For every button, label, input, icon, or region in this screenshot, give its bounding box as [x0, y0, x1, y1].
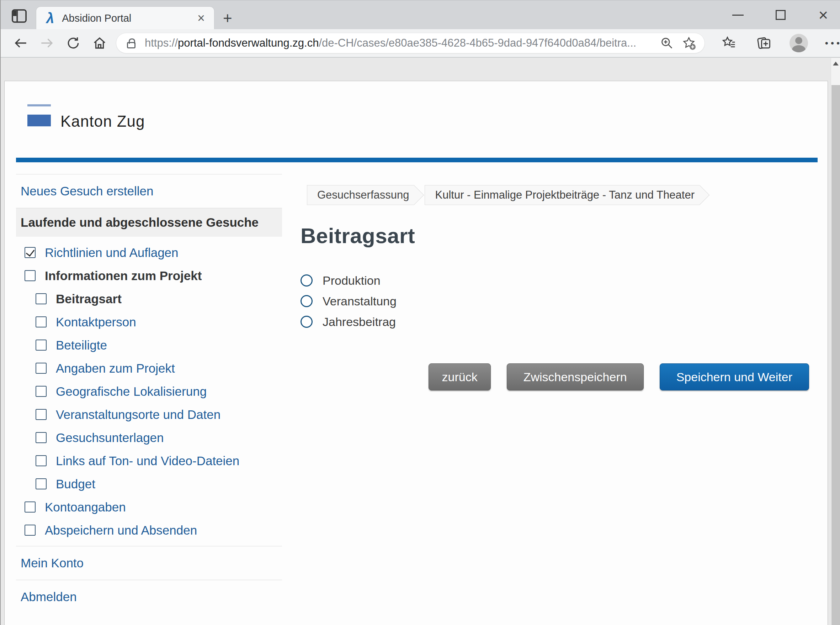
- radio-produktion[interactable]: Produktion: [301, 270, 809, 291]
- url-text[interactable]: https://portal-fondsverwaltung.zg.ch/de-…: [145, 37, 654, 50]
- home-icon: [92, 36, 107, 51]
- checkbox-icon[interactable]: [36, 409, 46, 420]
- minimize-icon: [732, 15, 744, 16]
- new-tab-button[interactable]: +: [223, 10, 232, 26]
- close-window-button[interactable]: ×: [815, 7, 831, 23]
- tab-actions-menu-icon[interactable]: [11, 8, 28, 24]
- radio-circle-icon[interactable]: [301, 295, 313, 307]
- sidebar-step-links[interactable]: Links auf Ton- und Video-Dateien: [16, 449, 282, 472]
- sidebar-step-informationen[interactable]: Informationen zum Projekt: [16, 264, 282, 287]
- brand-title: Kanton Zug: [60, 112, 145, 130]
- checkbox-icon[interactable]: [36, 386, 46, 397]
- sidebar-step-kontaktperson[interactable]: Kontaktperson: [16, 310, 282, 334]
- checkbox-icon[interactable]: [25, 270, 36, 281]
- checkbox-icon[interactable]: [36, 293, 46, 304]
- logo-thick-bar: [27, 115, 51, 126]
- forward-button[interactable]: [37, 33, 57, 53]
- sidebar-step-veranstaltungsorte[interactable]: Veranstaltungsorte und Daten: [16, 403, 282, 426]
- ellipsis-icon: •••: [825, 38, 840, 49]
- radio-group: Produktion Veranstaltung Jahresbeitrag: [301, 270, 809, 332]
- radio-veranstaltung[interactable]: Veranstaltung: [301, 291, 809, 311]
- scrollbar-up-arrow-icon[interactable]: [833, 62, 838, 65]
- refresh-icon: [66, 36, 81, 51]
- site-favicon-icon: λ: [46, 11, 54, 25]
- radio-circle-icon[interactable]: [301, 316, 313, 328]
- sidebar-step-richtlinien[interactable]: Richtlinien und Auflagen: [16, 241, 282, 264]
- checkbox-checked-icon[interactable]: [25, 247, 36, 258]
- back-button[interactable]: [11, 33, 31, 53]
- checkbox-icon[interactable]: [25, 502, 36, 513]
- radio-jahresbeitrag[interactable]: Jahresbeitrag: [301, 311, 809, 332]
- site-header: Kanton Zug: [5, 81, 828, 158]
- settings-more-button[interactable]: •••: [824, 33, 840, 53]
- breadcrumb-item-kultur[interactable]: Kultur - Einmalige Projektbeiträge - Tan…: [425, 185, 699, 205]
- browser-window: λ Absidion Portal × + × https://portal-f…: [0, 0, 840, 625]
- avatar: [789, 34, 808, 52]
- breadcrumb: Gesuchserfassung Kultur - Einmalige Proj…: [307, 185, 809, 205]
- radio-circle-icon[interactable]: [301, 274, 313, 286]
- sidebar-step-beteiligte[interactable]: Beteiligte: [16, 334, 282, 357]
- sidebar-step-beitragsart[interactable]: Beitragsart: [16, 287, 282, 310]
- profile-button[interactable]: [789, 33, 809, 53]
- save-and-next-button[interactable]: Speichern und Weiter: [660, 364, 809, 390]
- favorites-button[interactable]: [719, 33, 739, 53]
- back-step-button[interactable]: zurück: [429, 364, 490, 390]
- collections-button[interactable]: [754, 33, 774, 53]
- forward-arrow-icon: [39, 36, 54, 51]
- logo-thin-bar: [27, 104, 51, 106]
- sidebar-step-gesuchsunterlagen[interactable]: Gesuchsunterlagen: [16, 426, 282, 449]
- sidebar-step-kontoangaben[interactable]: Kontoangaben: [16, 496, 282, 519]
- checkbox-icon[interactable]: [36, 455, 46, 466]
- sidebar-step-abspeichern[interactable]: Abspeichern und Absenden: [16, 519, 282, 542]
- refresh-button[interactable]: [63, 33, 83, 53]
- sidebar-item-logout[interactable]: Abmelden: [16, 580, 282, 614]
- checkbox-icon[interactable]: [25, 525, 36, 536]
- sidebar-item-new-request[interactable]: Neues Gesuch erstellen: [16, 174, 282, 208]
- back-arrow-icon: [13, 36, 28, 51]
- breadcrumb-item-gesuchserfassung[interactable]: Gesuchserfassung: [307, 185, 414, 205]
- main-content: Gesuchserfassung Kultur - Einmalige Proj…: [301, 185, 809, 390]
- sidebar-item-my-account[interactable]: Mein Konto: [16, 546, 282, 580]
- step-list: Richtlinien und Auflagen Informationen z…: [16, 241, 282, 542]
- sidebar-step-budget[interactable]: Budget: [16, 472, 282, 496]
- tab-close-icon[interactable]: ×: [195, 12, 207, 25]
- page-viewport: Kanton Zug Neues Gesuch erstellen Laufen…: [2, 58, 840, 625]
- sidebar-step-angaben[interactable]: Angaben zum Projekt: [16, 357, 282, 380]
- collections-icon: [756, 35, 772, 51]
- home-button[interactable]: [90, 33, 110, 53]
- save-draft-button[interactable]: Zwischenspeichern: [507, 364, 644, 390]
- close-icon: ×: [819, 7, 828, 23]
- lock-icon[interactable]: [127, 42, 135, 48]
- scrollbar[interactable]: [831, 58, 840, 625]
- browser-toolbar: https://portal-fondsverwaltung.zg.ch/de-…: [1, 29, 840, 58]
- tab-strip: λ Absidion Portal × + ×: [1, 0, 840, 29]
- accent-rule: [16, 158, 818, 162]
- kanton-zug-flag-logo: [27, 104, 51, 126]
- checkbox-icon[interactable]: [36, 363, 46, 374]
- favorites-star-icon: [721, 35, 737, 51]
- sidebar-item-active-cases[interactable]: Laufende und abgeschlossene Gesuche: [16, 208, 282, 237]
- add-favorite-icon[interactable]: [680, 34, 698, 52]
- browser-tab[interactable]: λ Absidion Portal ×: [36, 7, 214, 30]
- tab-title: Absidion Portal: [62, 12, 195, 24]
- checkbox-icon[interactable]: [36, 432, 46, 443]
- vertical-tabs-icon: [11, 9, 27, 23]
- checkbox-icon[interactable]: [36, 339, 46, 351]
- address-bar[interactable]: https://portal-fondsverwaltung.zg.ch/de-…: [116, 33, 705, 53]
- content-card: Kanton Zug Neues Gesuch erstellen Laufen…: [4, 81, 828, 625]
- maximize-button[interactable]: [772, 7, 789, 23]
- window-controls: ×: [730, 0, 831, 30]
- minimize-button[interactable]: [730, 7, 746, 23]
- zoom-page-icon[interactable]: [657, 34, 676, 52]
- sidebar-step-geografische[interactable]: Geografische Lokalisierung: [16, 380, 282, 403]
- maximize-icon: [776, 10, 786, 20]
- checkbox-icon[interactable]: [36, 478, 46, 490]
- sidebar: Neues Gesuch erstellen Laufende und abge…: [16, 174, 282, 614]
- checkbox-icon[interactable]: [36, 316, 46, 328]
- scrollbar-thumb[interactable]: [831, 85, 840, 625]
- toolbar-right: •••: [719, 33, 840, 53]
- form-buttons: zurück Zwischenspeichern Speichern und W…: [301, 364, 809, 390]
- page-title: Beitragsart: [301, 224, 809, 248]
